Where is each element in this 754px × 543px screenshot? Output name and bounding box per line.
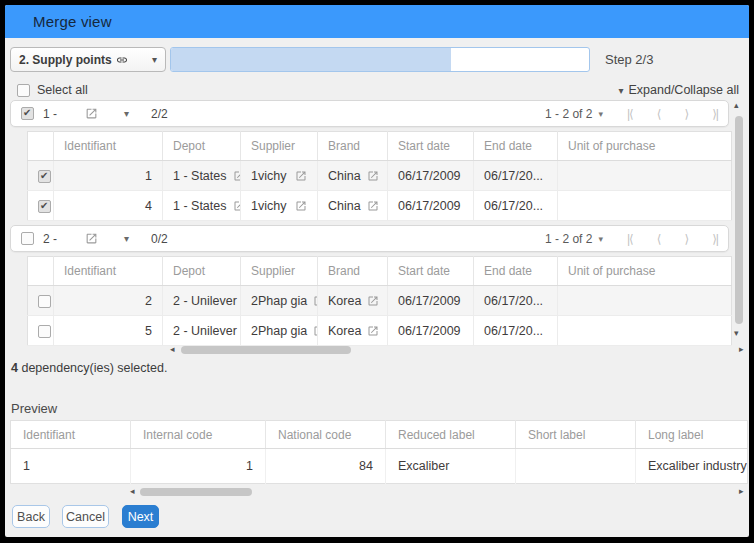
column-header: Unit of purchase [558,257,732,286]
group-2-collapse-caret[interactable]: ▾ [124,233,129,244]
group-1-collapse-caret[interactable]: ▾ [124,108,129,119]
prev-page-icon[interactable]: ⟨ [657,232,661,246]
checkbox-column-header [28,257,54,286]
last-page-icon[interactable]: ⟩| [712,232,718,246]
external-link-icon[interactable] [233,170,241,182]
last-page-icon[interactable]: ⟩| [712,107,718,121]
preview-row: 1 1 84 Excaliber Excaliber industry [11,449,748,484]
column-header: Supplier [241,257,318,286]
cell-end-date: 06/17/20... [474,286,558,316]
row-checkbox[interactable] [38,325,51,338]
scroll-up-icon[interactable]: ▴ [734,100,739,110]
external-link-icon[interactable] [367,170,379,182]
row-checkbox[interactable] [38,170,51,183]
cell-depot: 1 - States [173,199,227,213]
vertical-scrollbar-thumb[interactable] [735,116,743,324]
first-page-icon[interactable]: |⟨ [627,232,633,246]
external-link-icon[interactable] [367,295,379,307]
column-header: Depot [163,132,241,161]
preview-header-row: Identifiant Internal code National code … [11,421,748,449]
scroll-down-icon[interactable]: ▾ [734,328,739,338]
list-controls: Select all ▾ Expand/Collapse all [5,83,749,99]
cell-short-label [516,449,636,484]
column-header: End date [474,257,558,286]
scroll-left-icon[interactable]: ◂ [170,344,175,354]
group-1-checkbox[interactable] [21,107,34,120]
column-header: Depot [163,257,241,286]
progress-bar-fill [171,48,451,71]
group-2-table: Identifiant Depot Supplier Brand Start d… [27,256,732,346]
cell-start-date: 06/17/2009 [388,316,474,346]
horizontal-scrollbar-thumb[interactable] [181,346,351,354]
column-header: Unit of purchase [558,132,732,161]
column-header: Identifiant [11,421,131,449]
page-size-caret-icon[interactable]: ▾ [598,234,603,244]
cell-supplier: 2Phap gia [251,324,307,338]
cell-brand: Korea [328,294,361,308]
chevron-down-icon: ▾ [618,85,623,96]
row-checkbox[interactable] [38,200,51,213]
next-page-icon[interactable]: ⟩ [685,232,689,246]
entity-step-dropdown[interactable]: 2. Supply points ▾ [10,47,166,72]
scroll-right-icon[interactable]: ▸ [739,486,744,496]
page-size-caret-icon[interactable]: ▾ [598,109,603,119]
step-toolbar: 2. Supply points ▾ Step 2/3 [5,47,749,73]
cell-identifiant: 4 [54,191,163,221]
first-page-icon[interactable]: |⟨ [627,107,633,121]
external-link-icon[interactable] [313,295,317,307]
cell-unit-of-purchase [558,191,732,221]
column-header: Reduced label [386,421,516,449]
expand-collapse-all[interactable]: ▾ Expand/Collapse all [618,83,739,97]
cell-depot: 2 - Unilever [173,294,237,308]
external-link-icon[interactable] [85,232,98,245]
external-link-icon[interactable] [367,200,379,212]
cell-unit-of-purchase [558,286,732,316]
cell-end-date: 06/17/20... [474,316,558,346]
preview-section-label: Preview [11,401,57,416]
cell-identifiant: 1 [11,449,131,484]
table-header-row: Identifiant Depot Supplier Brand Start d… [28,132,732,161]
checkbox-column-header [28,132,54,161]
step-indicator: Step 2/3 [605,52,653,67]
group-1-pagination-range: 1 - 2 of 2 [545,107,592,121]
table-row: 2 2 - Unilever 2Phap gia Korea 06/17/200… [28,286,732,316]
scroll-left-icon[interactable]: ◂ [130,486,135,496]
table-row: 1 1 - States 1vichy China 06/17/2009 06/… [28,161,732,191]
column-header: Brand [318,132,388,161]
preview-horizontal-scrollbar: ◂ ▸ [5,487,749,498]
horizontal-scrollbar-thumb[interactable] [140,488,252,496]
external-link-icon[interactable] [233,200,241,212]
dependencies-selected-status: 4 dependency(ies) selected. [11,361,167,375]
select-all-checkbox[interactable] [17,84,30,97]
entity-step-dropdown-label: 2. Supply points [19,53,112,67]
progress-bar [170,47,590,72]
cell-brand: China [328,169,361,183]
next-page-icon[interactable]: ⟩ [685,107,689,121]
select-all-label[interactable]: Select all [37,83,88,97]
column-header: Start date [388,257,474,286]
cell-depot: 2 - Unilever [173,324,237,338]
next-button[interactable]: Next [122,505,159,528]
cell-start-date: 06/17/2009 [388,161,474,191]
column-header: End date [474,132,558,161]
row-checkbox[interactable] [38,295,51,308]
group-2-checkbox[interactable] [21,232,34,245]
prev-page-icon[interactable]: ⟨ [657,107,661,121]
cell-long-label: Excaliber industry [636,449,748,484]
external-link-icon[interactable] [367,325,379,337]
group-header-2: 2 - ▾ 0/2 1 - 2 of 2 ▾ |⟨ ⟨ ⟩ ⟩| [10,225,729,252]
external-link-icon[interactable] [295,200,307,212]
external-link-icon[interactable] [295,170,307,182]
back-button[interactable]: Back [12,505,50,528]
external-link-icon[interactable] [313,325,317,337]
cancel-button[interactable]: Cancel [62,505,109,528]
group-2-pagination-range: 1 - 2 of 2 [545,232,592,246]
column-header: Identifiant [54,132,163,161]
cell-reduced-label: Excaliber [386,449,516,484]
column-header: Supplier [241,132,318,161]
external-link-icon[interactable] [85,107,98,120]
cell-national-code: 84 [266,449,386,484]
dependencies-text: dependency(ies) selected. [18,361,167,375]
tables-horizontal-scrollbar: ◂ ▸ [5,345,749,356]
group-1-label: 1 - [43,107,57,121]
